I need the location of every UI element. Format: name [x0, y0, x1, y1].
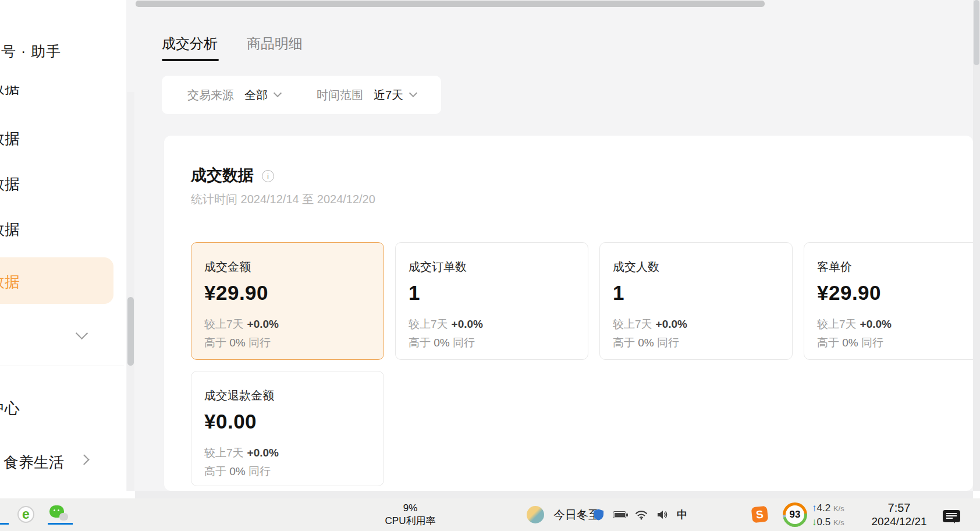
horizontal-scrollbar-track[interactable]	[135, 491, 973, 498]
battery-health-ring[interactable]: 93	[783, 502, 807, 527]
panel-title: 成交数据 i	[191, 165, 274, 186]
cpu-usage-widget: 9% CPU利用率	[367, 498, 454, 531]
tab-deal-analysis[interactable]: 成交分析	[162, 34, 218, 53]
download-arrow-icon: ↓	[812, 516, 817, 528]
filter-source-select[interactable]: 全部	[244, 87, 268, 103]
wifi-icon[interactable]	[635, 510, 648, 520]
metric-value: ¥29.90	[204, 281, 384, 305]
upload-speed: 4.2	[817, 502, 831, 514]
window-bottom-strip	[0, 491, 980, 498]
sidebar-item-label: 数据	[0, 272, 20, 289]
sidebar-item-clipped[interactable]: 数据	[0, 86, 20, 95]
battery-percent: 93	[786, 505, 804, 524]
wechat-icon[interactable]	[49, 505, 69, 523]
peer-suffix: 同行	[248, 337, 271, 349]
upload-arrow-icon: ↑	[812, 502, 817, 514]
sidebar: 号 · 助手 数据 数据 数据 数据 数据 中心 食养生活	[0, 0, 126, 491]
peer-prefix: 高于	[204, 337, 226, 349]
browser-icon[interactable]: e	[17, 506, 34, 523]
horizontal-scrollbar-thumb[interactable]	[136, 1, 765, 7]
peer-value: 0%	[229, 337, 245, 349]
download-speed: 0.5	[817, 516, 831, 528]
peer-prefix: 高于	[613, 337, 635, 349]
compare-label: 较上7天	[817, 318, 857, 330]
info-icon[interactable]: i	[262, 170, 274, 182]
peer-value: 0%	[229, 465, 245, 477]
peer-suffix: 同行	[861, 337, 883, 349]
taskbar-wechat-indicator	[48, 523, 73, 525]
app-logo: 号 · 助手	[1, 42, 61, 61]
sidebar-item-data-2[interactable]: 数据	[0, 174, 20, 192]
peer-value: 0%	[842, 337, 858, 349]
chevron-down-icon[interactable]	[76, 327, 88, 339]
filter-range-label: 时间范围	[317, 87, 363, 103]
weather-icon	[527, 506, 544, 523]
compare-value: +0.0%	[860, 318, 892, 330]
compare-label: 较上7天	[204, 318, 244, 330]
network-speed-widget[interactable]: ↑4.2 K/s ↓0.5 K/s	[812, 501, 844, 529]
system-tray: ∧ 中	[578, 498, 687, 531]
peer-value: 0%	[638, 337, 654, 349]
download-unit: K/s	[833, 518, 844, 527]
hidden-icons-chevron-icon[interactable]: ∧	[578, 509, 584, 520]
metric-card-customer-count[interactable]: 成交人数 1 较上7天+0.0% 高于 0% 同行	[599, 242, 793, 360]
compare-value: +0.0%	[452, 318, 483, 330]
metric-value: 1	[409, 281, 588, 305]
peer-suffix: 同行	[657, 337, 679, 349]
sidebar-scrollbar-thumb[interactable]	[127, 297, 134, 366]
sidebar-divider	[0, 366, 124, 366]
sidebar-item-shop[interactable]: 食养生活	[0, 452, 64, 471]
sogou-input-icon[interactable]: S	[751, 506, 769, 523]
filter-range-select[interactable]: 近7天	[374, 87, 403, 103]
compare-value: +0.0%	[656, 318, 687, 330]
metric-value: 1	[613, 281, 792, 305]
metric-label: 成交人数	[613, 259, 792, 275]
sidebar-item-data-active[interactable]: 数据	[0, 257, 113, 304]
active-tab-underline	[162, 59, 219, 61]
compare-value: +0.0%	[247, 447, 279, 459]
vertical-scrollbar-track[interactable]	[973, 0, 980, 491]
vertical-scrollbar-thumb[interactable]	[974, 0, 979, 65]
metric-card-avg-price[interactable]: 客单价 ¥29.90 较上7天+0.0% 高于 0% 同行	[804, 242, 973, 360]
metric-value: ¥0.00	[204, 410, 384, 433]
upload-unit: K/s	[833, 504, 844, 513]
filter-source-label: 交易来源	[187, 87, 234, 103]
chevron-down-icon[interactable]	[409, 89, 417, 97]
ime-indicator-icon[interactable]: 中	[677, 508, 687, 522]
peer-suffix: 同行	[453, 337, 475, 349]
peer-prefix: 高于	[204, 465, 226, 477]
tab-product-detail[interactable]: 商品明细	[247, 34, 303, 53]
peer-prefix: 高于	[409, 337, 431, 349]
shield-icon[interactable]	[593, 508, 604, 521]
compare-label: 较上7天	[613, 318, 652, 330]
compare-label: 较上7天	[204, 447, 244, 459]
notification-center-icon[interactable]	[943, 510, 960, 522]
peer-suffix: 同行	[248, 465, 271, 477]
clock-date: 2024/12/21	[858, 515, 940, 528]
metric-card-refund-amount[interactable]: 成交退款金额 ¥0.00 较上7天+0.0% 高于 0% 同行	[191, 371, 384, 486]
sidebar-item-center[interactable]: 中心	[0, 398, 20, 416]
filter-bar: 交易来源 全部 时间范围 近7天	[162, 76, 441, 114]
volume-icon[interactable]	[656, 510, 668, 519]
battery-icon[interactable]	[613, 511, 626, 518]
sidebar-scrollbar-track[interactable]	[127, 92, 134, 491]
panel-subtitle: 统计时间 2024/12/14 至 2024/12/20	[191, 192, 375, 207]
cpu-label: CPU利用率	[385, 515, 436, 528]
compare-label: 较上7天	[409, 318, 448, 330]
metric-value: ¥29.90	[817, 281, 973, 305]
chevron-down-icon[interactable]	[274, 89, 282, 97]
taskbar-clock[interactable]: 7:57 2024/12/21	[858, 501, 940, 528]
chevron-right-icon[interactable]	[79, 454, 89, 465]
peer-prefix: 高于	[817, 337, 839, 349]
metric-card-order-count[interactable]: 成交订单数 1 较上7天+0.0% 高于 0% 同行	[395, 242, 588, 360]
metric-card-deal-amount[interactable]: 成交金额 ¥29.90 较上7天+0.0% 高于 0% 同行	[191, 242, 384, 360]
metric-label: 成交退款金额	[204, 388, 384, 403]
metric-label: 成交订单数	[409, 259, 588, 275]
cpu-percent: 9%	[403, 502, 418, 515]
sidebar-item-data-1[interactable]: 数据	[0, 129, 20, 146]
compare-value: +0.0%	[247, 318, 279, 330]
metric-label: 成交金额	[204, 259, 384, 275]
sidebar-item-data-3[interactable]: 数据	[0, 220, 20, 237]
clock-time: 7:57	[858, 501, 940, 515]
taskbar-app-indicator	[0, 523, 9, 525]
